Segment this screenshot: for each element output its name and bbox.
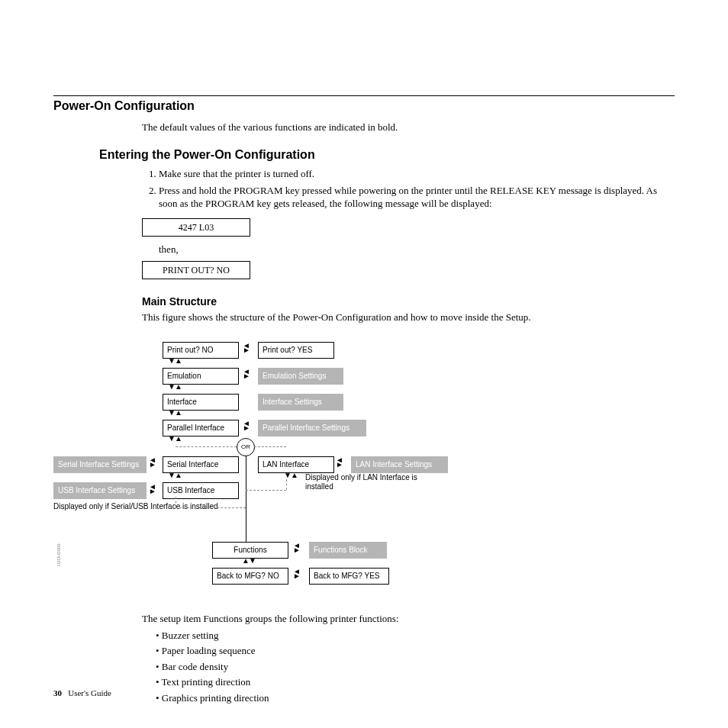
functions-intro: The setup item Functions groups the foll… <box>142 612 675 626</box>
intro-text: The default values of the various functi… <box>142 121 675 134</box>
func-item: Graphics printing direction <box>156 691 675 705</box>
nav-arrows-icon: ▼▲ <box>168 433 182 444</box>
main-structure-heading: Main Structure <box>142 295 675 309</box>
main-structure-intro: This figure shows the structure of the P… <box>142 311 675 324</box>
nav-arrows-icon: ◄► <box>149 458 156 467</box>
note-serial-usb: Displayed only if Serial/USB Interface i… <box>53 502 221 511</box>
box-usb-if: USB Interface <box>163 482 239 499</box>
func-item: Text printing direction <box>156 675 675 689</box>
lcd-display-2: PRINT OUT? NO <box>142 261 250 279</box>
box-back-mfg-no: Back to MFG? NO <box>212 568 288 585</box>
nav-arrows-icon: ◄► <box>243 421 250 430</box>
nav-arrows-icon: ▼▲ <box>168 356 182 366</box>
structure-diagram: H2DU0009 Print out? NO ▼▲ Emulation ▼▲ I… <box>53 337 511 604</box>
step-2: Press and hold the PROGRAM key pressed w… <box>159 184 675 211</box>
nav-arrows-icon: ◄► <box>243 343 250 353</box>
nav-arrows-icon: ◄► <box>243 369 250 378</box>
func-item: Bar code density <box>156 660 675 674</box>
then-text: then, <box>159 243 675 256</box>
box-functions-block: Functions Block <box>309 542 387 559</box>
nav-arrows-icon: ◄► <box>149 485 156 494</box>
page-number: 30 <box>53 688 62 697</box>
box-parallel-settings: Parallel Interface Settings <box>258 420 366 436</box>
step-1: Make sure that the printer is turned off… <box>159 167 675 181</box>
subsection-heading: Entering the Power-On Configuration <box>99 147 675 163</box>
box-lan-settings: LAN Interface Settings <box>351 456 448 473</box>
func-item: Buzzer setting <box>156 629 675 643</box>
page-footer: 30 User's Guide <box>53 688 111 697</box>
nav-arrows-icon: ▼▲ <box>168 407 182 418</box>
diagram-code: H2DU0009 <box>56 543 62 566</box>
doc-title: User's Guide <box>68 688 111 697</box>
box-interface-settings: Interface Settings <box>258 394 343 411</box>
box-printout-yes: Print out? YES <box>258 342 334 359</box>
nav-arrows-icon: ◄► <box>293 543 301 552</box>
box-usb-settings: USB Interface Settings <box>53 482 147 499</box>
section-heading: Power-On Configuration <box>53 99 675 113</box>
box-back-mfg-yes: Back to MFG? YES <box>309 568 389 585</box>
nav-arrows-icon: ▼▲ <box>168 382 182 392</box>
nav-arrows-icon: ◄► <box>336 458 343 467</box>
note-lan: Displayed only if LAN Interface is insta… <box>305 473 443 491</box>
box-emulation-settings: Emulation Settings <box>258 368 343 385</box>
nav-arrows-icon: ▲▼ <box>242 556 256 566</box>
box-serial-settings: Serial Interface Settings <box>53 456 147 473</box>
lcd-display-1: 4247 L03 <box>142 218 250 237</box>
nav-arrows-icon: ▼▲ <box>168 470 182 481</box>
or-node: OR <box>237 438 255 456</box>
nav-arrows-icon: ◄► <box>293 569 301 578</box>
func-item: Paper loading sequence <box>156 644 675 658</box>
